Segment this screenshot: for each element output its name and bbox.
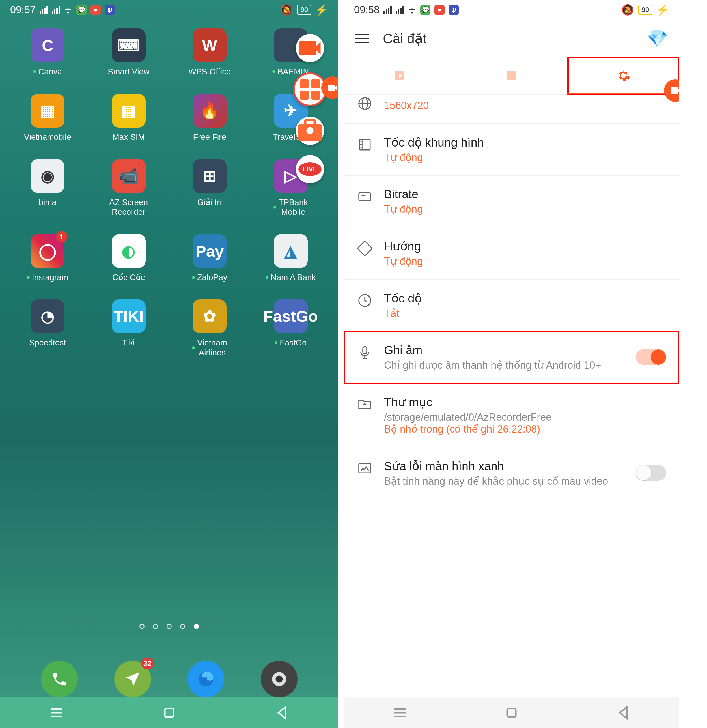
- setting-value: Tự động: [384, 256, 666, 267]
- wifi-icon: [408, 6, 416, 14]
- svg-rect-19: [359, 193, 371, 201]
- back-button[interactable]: [273, 704, 290, 721]
- camera-app[interactable]: [261, 661, 297, 698]
- back-button[interactable]: [615, 704, 632, 721]
- notif-icon: ψ: [449, 5, 459, 15]
- charging-icon: ⚡: [315, 4, 328, 16]
- app-label: Vietnam Airlines: [192, 338, 227, 358]
- tab-videos[interactable]: [344, 57, 456, 94]
- app-vietnam-airlines[interactable]: ✿Vietnam Airlines: [173, 299, 246, 358]
- recorder-float-menu: LIVE: [293, 34, 327, 183]
- signal-icon: [52, 6, 60, 14]
- app-icon: ◔: [30, 299, 65, 333]
- app-canva[interactable]: CCanva: [11, 28, 84, 77]
- app-tiki[interactable]: TIKITiki: [92, 299, 165, 358]
- app-nam-a-bank[interactable]: ◮Nam A Bank: [254, 234, 327, 282]
- app-label: TPBank Mobile: [273, 198, 308, 217]
- mic-icon: [357, 345, 373, 360]
- menu-button[interactable]: [355, 34, 369, 43]
- home-button[interactable]: [161, 704, 177, 721]
- tab-images[interactable]: [456, 57, 567, 94]
- setting-value: Tự động: [384, 204, 666, 215]
- app-label: Canva: [33, 67, 62, 77]
- home-button[interactable]: [503, 704, 520, 721]
- clock-icon: [357, 293, 373, 308]
- app-free-fire[interactable]: 🔥Free Fire: [173, 94, 246, 142]
- image-icon: [357, 460, 373, 476]
- record-video-button[interactable]: [296, 34, 324, 62]
- film-icon: [357, 137, 373, 153]
- app-az-screen-recorder[interactable]: 📹AZ Screen Recorder: [92, 159, 165, 217]
- app-bima[interactable]: ◉bima: [11, 159, 84, 217]
- setting-ghi-âm[interactable]: Ghi âmChỉ ghi được âm thanh hệ thống từ …: [344, 332, 679, 383]
- setting-title: Bitrate: [384, 188, 666, 201]
- app-instagram[interactable]: ◯1Instagram: [11, 234, 84, 282]
- toolbox-button[interactable]: [296, 117, 324, 145]
- recent-button[interactable]: [48, 704, 65, 721]
- setting-title: Độ phân giải: [384, 94, 666, 97]
- app-fastgo[interactable]: FastGoFastGo: [254, 299, 327, 358]
- app-icon: ◐: [112, 234, 146, 268]
- app-zalopay[interactable]: PayZaloPay: [173, 234, 246, 282]
- notif-icon: ●: [91, 5, 101, 15]
- app-label: FastGo: [275, 338, 307, 348]
- app-vietnamobile[interactable]: ▦Vietnamobile: [11, 94, 84, 142]
- setting-value: Chỉ ghi được âm thanh hệ thống từ Androi…: [384, 359, 625, 371]
- rotate-icon: [357, 240, 373, 256]
- app-speedtest[interactable]: ◔Speedtest: [11, 299, 84, 358]
- app-icon: 🔥: [193, 94, 227, 128]
- update-dot: [33, 70, 36, 73]
- notif-icon: 💬: [420, 5, 430, 15]
- setting-bitrate[interactable]: BitrateTự động: [344, 176, 679, 227]
- svg-rect-21: [358, 241, 372, 256]
- phone-app[interactable]: [41, 661, 78, 698]
- app-wps-office[interactable]: WWPS Office: [173, 28, 246, 77]
- app-icon: ◯1: [30, 234, 65, 268]
- app-label: Smart View: [108, 67, 150, 77]
- browser-app[interactable]: [188, 661, 224, 698]
- setting-body: Ghi âmChỉ ghi được âm thanh hệ thống từ …: [384, 344, 625, 371]
- setting-hướng[interactable]: HướngTự động: [344, 227, 679, 280]
- setting-body: HướngTự động: [384, 239, 666, 267]
- app-giải-trí[interactable]: ⊞Giải trí: [173, 159, 246, 217]
- live-button[interactable]: LIVE: [296, 155, 324, 183]
- svg-point-6: [276, 676, 283, 683]
- setting-body: BitrateTự động: [384, 188, 666, 215]
- tab-bar: [344, 57, 679, 94]
- battery-icon: 90: [297, 5, 312, 15]
- setting-value: 1560x720: [384, 100, 666, 111]
- app-label: ZaloPay: [192, 273, 227, 282]
- update-dot: [192, 346, 195, 349]
- premium-icon[interactable]: 💎: [647, 28, 668, 48]
- setting-tốc-độ-khung-hình[interactable]: Tốc độ khung hìnhTự động: [344, 124, 679, 176]
- svg-rect-1: [312, 79, 320, 88]
- app-grid: CCanva⌨Smart ViewWWPS OfficeBAEMIN▦Vietn…: [0, 20, 338, 366]
- app-smart-view[interactable]: ⌨Smart View: [92, 28, 165, 77]
- dock: 32: [0, 661, 338, 698]
- app-cốc-cốc[interactable]: ◐Cốc Cốc: [92, 234, 165, 282]
- badge: 32: [141, 658, 154, 669]
- update-dot: [265, 276, 268, 279]
- setting-sửa-lỗi-màn-hình-xanh[interactable]: Sửa lỗi màn hình xanhBật tính năng này đ…: [344, 447, 679, 500]
- status-bar: 09:57 💬 ● ψ 🔕 90 ⚡: [0, 0, 338, 20]
- nav-bar: [0, 698, 338, 728]
- setting-title: Hướng: [384, 239, 666, 253]
- tab-settings[interactable]: [568, 57, 679, 94]
- app-bar: Cài đặt 💎: [344, 20, 679, 57]
- recent-button[interactable]: [391, 704, 408, 721]
- messages-app[interactable]: 32: [114, 661, 151, 698]
- signal-icon: [40, 6, 48, 14]
- app-label: Giải trí: [198, 198, 222, 207]
- mute-icon: 🔕: [621, 4, 634, 16]
- setting-độ-phân-giải[interactable]: Độ phân giải1560x720: [344, 94, 679, 124]
- toggle[interactable]: [636, 465, 666, 481]
- app-max-sim[interactable]: ▦Max SIM: [92, 94, 165, 142]
- setting-thư-mục[interactable]: Thư mục/storage/emulated/0/AzRecorderFre…: [344, 383, 679, 447]
- app-icon: ✿: [193, 299, 227, 333]
- setting-body: Độ phân giải1560x720: [384, 94, 666, 111]
- setting-body: Tốc độ khung hìnhTự động: [384, 136, 666, 163]
- setting-tốc-độ[interactable]: Tốc độTắt: [344, 280, 679, 332]
- app-label: Speedtest: [29, 338, 66, 348]
- battery-icon: 90: [638, 5, 652, 15]
- toggle[interactable]: [636, 349, 666, 365]
